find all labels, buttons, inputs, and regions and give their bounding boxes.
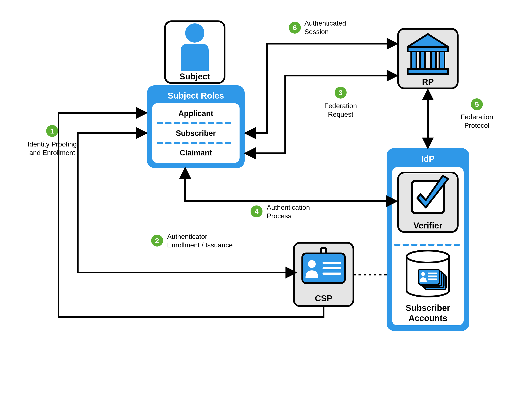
step-1-line1: Identity Proofing [27,140,77,148]
svg-point-1 [185,23,204,43]
step-4-num: 4 [255,207,259,215]
step-4: 4 Authentication Process [251,203,310,220]
step-1: 1 Identity Proofing and Enrollment [27,125,77,157]
subject-node: Subject [165,21,225,83]
step-6-line2: Session [304,28,329,36]
edge-authentication-process [185,170,394,201]
step-6-num: 6 [293,24,297,32]
subject-roles-node: Subject Roles Applicant Subscriber Claim… [148,86,244,167]
step-3: 3 Federation Request [324,87,357,118]
step-4-line2: Process [267,212,291,220]
rp-label: RP [422,77,434,86]
edge-authenticated-session [247,44,395,133]
step-5-line1: Federation [461,113,493,121]
rp-node: RP [398,29,458,88]
subscriber-accounts-node: Subscriber Accounts [406,251,450,323]
step-1-num: 1 [50,127,54,135]
step-1-line2: and Enrollment [29,149,75,157]
diagram-canvas: Subject Subject Roles Applicant Subscrib… [0,0,532,399]
subscriber-accounts-label-1: Subscriber [406,303,450,313]
step-3-line1: Federation [324,102,357,110]
svg-point-31 [308,260,316,268]
role-applicant: Applicant [178,109,213,118]
idp-title: IdP [421,154,435,164]
step-2-num: 2 [155,237,159,245]
subject-roles-title: Subject Roles [168,91,224,100]
step-6: 6 Authenticated Session [289,19,346,36]
step-5-num: 5 [475,100,479,108]
svg-point-19 [407,251,449,263]
id-card-icon [302,248,345,283]
svg-rect-10 [420,51,425,69]
subscriber-accounts-label-2: Accounts [409,313,447,323]
check-icon [412,176,448,213]
step-2-line1: Authenticator [167,233,207,240]
verifier-label: Verifier [413,221,442,230]
step-5: 5 Federation Protocol [461,98,493,129]
step-5-line2: Protocol [464,121,489,129]
idp-node: IdP Verifier [387,149,468,330]
database-icon [407,251,449,297]
svg-rect-12 [439,51,444,69]
role-subscriber: Subscriber [176,129,216,138]
role-claimant: Claimant [180,148,212,157]
step-2-line2: Enrollment / Issuance [167,241,233,249]
subject-label: Subject [179,72,210,81]
step-3-line2: Request [328,110,353,118]
step-4-line1: Authentication [267,203,310,211]
svg-rect-9 [411,51,416,69]
step-2: 2 Authenticator Enrollment / Issuance [151,233,233,249]
verifier-node: Verifier [398,172,458,232]
svg-rect-11 [431,51,436,69]
edge-federation-request [247,76,395,153]
step-6-line1: Authenticated [304,19,346,27]
csp-label: CSP [315,294,332,303]
csp-node: CSP [294,243,353,306]
svg-point-24 [421,272,425,276]
step-3-num: 3 [339,89,343,97]
